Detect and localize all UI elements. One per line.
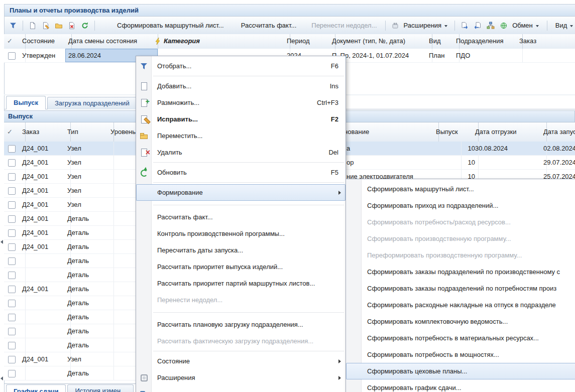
row-checkbox[interactable]: [8, 201, 16, 209]
submenu-item[interactable]: Сформировать потребность/расход ресурсов…: [346, 214, 575, 230]
output-section-title: Выпуск: [8, 112, 33, 120]
submenu-item[interactable]: Сформировать приход из подразделений...: [346, 197, 575, 214]
export-document-icon[interactable]: [460, 21, 469, 30]
row-checkbox[interactable]: [8, 356, 16, 363]
row-checkbox[interactable]: [8, 257, 16, 265]
menu-item-shortcut: Ins: [330, 78, 338, 94]
tab-output[interactable]: Выпуск: [6, 96, 46, 109]
edit-document-icon[interactable]: [41, 21, 50, 30]
filter-icon[interactable]: [9, 21, 18, 30]
row-checkbox[interactable]: [8, 52, 16, 60]
view-button[interactable]: Вид: [552, 20, 575, 31]
cell-order: Д24_001: [19, 226, 71, 239]
tab-history[interactable]: История измен...: [67, 384, 133, 392]
column-header-type[interactable]: Тип: [64, 122, 114, 142]
column-header-category[interactable]: Категория: [152, 34, 290, 49]
submenu-item[interactable]: Сформировать заказы подразделений по про…: [346, 264, 575, 280]
row-checkbox[interactable]: [8, 328, 16, 335]
context-menu-item[interactable]: Размножить... Ctrl+F3: [136, 94, 346, 111]
submenu-item[interactable]: Сформировать комплектовочную ведомость..…: [346, 313, 575, 330]
context-menu-item[interactable]: Контроль производственной программы...: [136, 225, 346, 242]
tab-load-subdivisions[interactable]: Загрузка подразделений: [47, 97, 137, 109]
delete-document-icon[interactable]: [67, 21, 76, 30]
submenu-item[interactable]: Сформировать потребность в мощностях...: [346, 346, 575, 363]
row-checkbox[interactable]: [8, 300, 16, 307]
context-menu-item[interactable]: Формирование: [136, 184, 346, 201]
view-button-label: Вид: [555, 22, 567, 29]
row-checkbox[interactable]: [8, 272, 16, 279]
cell-order: Д24_001: [19, 212, 71, 225]
scroll-left-arrow-icon[interactable]: [1, 376, 3, 380]
column-header-subdivisions[interactable]: Подразделения: [453, 34, 523, 49]
context-menu-item[interactable]: Перенести недодел...: [136, 292, 346, 308]
window-titlebar: Планы и отчеты производства изделий: [5, 5, 575, 17]
menu-item-label: Состояние: [157, 357, 190, 365]
context-menu-item[interactable]: Отобрать... F6: [136, 58, 346, 74]
menu-item-label: Рассчитать фактическую загрузку подразде…: [157, 337, 313, 345]
context-menu-item[interactable]: Рассчитать факт...: [136, 209, 346, 225]
move-unfinished-button[interactable]: Перенести недодел...: [308, 20, 380, 31]
row-checkbox[interactable]: [8, 243, 16, 251]
row-checkbox[interactable]: [8, 215, 16, 223]
move-folder-icon[interactable]: [54, 21, 63, 30]
context-menu-item[interactable]: Исправить... F2: [136, 111, 346, 127]
context-menu-item[interactable]: Рассчитать плановую загрузку подразделен…: [136, 316, 346, 333]
exchange-globe-icon: [499, 21, 508, 30]
context-menu-item[interactable]: Связи: [136, 386, 346, 392]
row-checkbox[interactable]: [8, 187, 16, 195]
context-menu-item[interactable]: Обновить F5: [136, 164, 346, 181]
submenu-item[interactable]: Сформировать график сдачи...: [346, 379, 575, 392]
row-checkbox[interactable]: [8, 159, 16, 167]
extensions-button[interactable]: Расширения: [401, 20, 451, 31]
row-checkbox[interactable]: [8, 342, 16, 349]
exchange-button[interactable]: Обмен: [509, 20, 542, 31]
context-menu-item[interactable]: Переместить...: [136, 127, 346, 144]
row-checkbox[interactable]: [8, 145, 16, 153]
import-document-icon[interactable]: [473, 21, 482, 30]
context-menu-item[interactable]: Добавить... Ins: [136, 78, 346, 94]
context-menu-item[interactable]: Рассчитать фактическую загрузку подразде…: [136, 333, 346, 349]
row-checkbox[interactable]: [8, 229, 16, 237]
add-document-icon[interactable]: [28, 21, 37, 30]
cell-subdivisions: ПДО: [453, 49, 523, 62]
context-menu-item[interactable]: Расширения: [136, 369, 346, 386]
column-header-document[interactable]: Документ (тип, №, дата): [329, 34, 432, 49]
column-header-period[interactable]: Период: [284, 34, 335, 49]
column-header-ship-date[interactable]: Дата отгрузки: [472, 122, 547, 142]
context-menu-item[interactable]: Удалить Del: [136, 144, 346, 161]
submenu-item[interactable]: Сформировать маршрутный лист...: [346, 181, 575, 197]
context-menu-item[interactable]: Рассчитать приоритет выпуска изделий...: [136, 258, 346, 275]
cell-type: Деталь: [64, 310, 114, 324]
column-header-order[interactable]: Заказ: [19, 122, 71, 142]
column-header-state-date[interactable]: Дата смены состояния: [65, 34, 158, 49]
submenu-item[interactable]: Сформировать цеховые планы...: [346, 363, 575, 379]
submenu-item[interactable]: Сформировать заказы подразделений по пот…: [346, 280, 575, 297]
row-checkbox[interactable]: [8, 286, 16, 293]
form-route-sheet-button[interactable]: Сформировать маршрутный лист...: [114, 20, 227, 31]
context-menu-item[interactable]: Состояние: [136, 353, 346, 369]
collapse-left-arrow-icon[interactable]: [1, 240, 3, 244]
cell-order: Д24_001: [19, 184, 71, 197]
row-checkbox[interactable]: [8, 370, 16, 377]
calc-fact-button[interactable]: Рассчитать факт...: [238, 20, 300, 31]
submenu-item[interactable]: Переформировать производственную програм…: [346, 247, 575, 264]
submenu-arrow-icon: [338, 359, 341, 363]
menu-item-label: Удалить: [157, 149, 182, 156]
menu-item-icon: [140, 148, 149, 157]
row-checkbox[interactable]: [8, 314, 16, 321]
column-header-state[interactable]: Состояние: [19, 34, 72, 49]
context-menu-item[interactable]: Рассчитать приоритет партий маршрутных л…: [136, 275, 346, 292]
cell-type: Узел: [64, 352, 114, 366]
menu-item-icon: [140, 62, 149, 71]
submenu-item[interactable]: Сформировать потребность в материальных …: [346, 330, 575, 346]
submenu-item[interactable]: Сформировать расходные накладные на отпу…: [346, 297, 575, 313]
column-header-launch-date[interactable]: Дата запуска: [540, 122, 575, 142]
submenu-item[interactable]: Сформировать производственную программу.…: [346, 230, 575, 247]
hierarchy-icon[interactable]: [486, 21, 495, 30]
context-menu-item[interactable]: Пересчитать даты запуска...: [136, 242, 346, 258]
row-checkbox[interactable]: [8, 173, 16, 181]
column-header-order[interactable]: Заказ: [516, 34, 575, 49]
tab-schedule[interactable]: График сдачи: [6, 384, 66, 392]
refresh-icon[interactable]: [80, 21, 89, 30]
menu-item-icon: [140, 279, 149, 288]
